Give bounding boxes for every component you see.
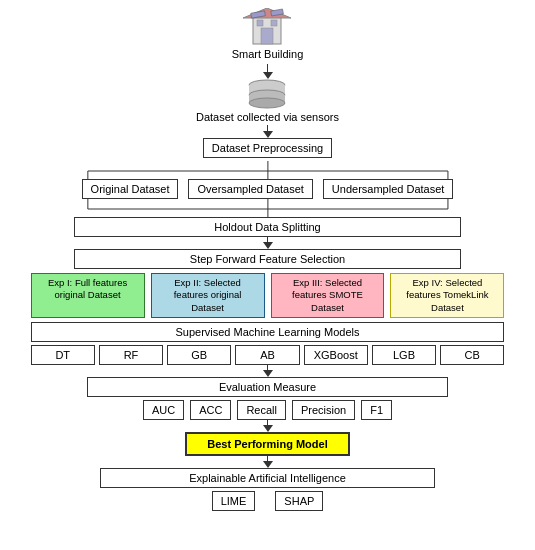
exp1-box: Exp I: Full features original Dataset xyxy=(31,273,145,318)
precision-box: Precision xyxy=(292,400,355,420)
xgboost-box: XGBoost xyxy=(304,345,368,365)
svg-rect-3 xyxy=(257,20,263,26)
arrow-3 xyxy=(263,242,273,249)
exp3-box: Exp III: Selected features SMOTE Dataset xyxy=(271,273,385,318)
lgb-box: LGB xyxy=(372,345,436,365)
dt-box: DT xyxy=(31,345,95,365)
arrow-4 xyxy=(263,370,273,377)
model-boxes: DT RF GB AB XGBoost LGB CB xyxy=(31,345,505,365)
db-icon xyxy=(245,79,289,111)
holdout-connector xyxy=(31,199,505,217)
xai-section: Explainable Artificial Intelligence LIME… xyxy=(100,468,435,511)
arrow-1 xyxy=(263,72,273,79)
undersampled-dataset-box: Undersampled Dataset xyxy=(323,179,454,199)
oversampled-dataset-box: Oversampled Dataset xyxy=(188,179,312,199)
eval-boxes: AUC ACC Recall Precision F1 xyxy=(87,400,448,420)
acc-box: ACC xyxy=(190,400,231,420)
three-box-connector xyxy=(31,161,505,179)
line-v-1 xyxy=(267,64,268,72)
cb-box: CB xyxy=(440,345,504,365)
arrow-5 xyxy=(263,425,273,432)
rf-box: RF xyxy=(99,345,163,365)
auc-box: AUC xyxy=(143,400,184,420)
svg-marker-2 xyxy=(243,8,291,18)
step-forward-box: Step Forward Feature Selection xyxy=(74,249,460,269)
eval-section: Evaluation Measure AUC ACC Recall Precis… xyxy=(87,377,448,420)
svg-point-11 xyxy=(249,98,285,108)
holdout-box: Holdout Data Splitting xyxy=(74,217,460,237)
top-section: Smart Building Dataset collected via sen… xyxy=(10,8,525,123)
ml-section: Supervised Machine Learning Models DT RF… xyxy=(31,322,505,365)
original-dataset-box: Original Dataset xyxy=(82,179,179,199)
lime-box: LIME xyxy=(212,491,256,511)
diagram: Smart Building Dataset collected via sen… xyxy=(0,0,535,550)
svg-rect-1 xyxy=(261,28,273,44)
arrow-2 xyxy=(263,131,273,138)
eval-header-box: Evaluation Measure xyxy=(87,377,448,397)
preprocessing-box: Dataset Preprocessing xyxy=(203,138,332,158)
supervised-box: Supervised Machine Learning Models xyxy=(31,322,505,342)
recall-box: Recall xyxy=(237,400,286,420)
building-label: Smart Building xyxy=(232,48,304,60)
dataset-boxes: Original Dataset Oversampled Dataset Und… xyxy=(31,179,505,199)
exp2-box: Exp II: Selected features original Datas… xyxy=(151,273,265,318)
exp4-box: Exp IV: Selected features TomekLink Data… xyxy=(390,273,504,318)
arrow-6 xyxy=(263,461,273,468)
gb-box: GB xyxy=(167,345,231,365)
shap-box: SHAP xyxy=(275,491,323,511)
db-label: Dataset collected via sensors xyxy=(196,111,339,123)
f1-box: F1 xyxy=(361,400,392,420)
best-model-box: Best Performing Model xyxy=(185,432,349,456)
exp-boxes: Exp I: Full features original Dataset Ex… xyxy=(31,273,505,318)
building-icon xyxy=(243,8,291,48)
ab-box: AB xyxy=(235,345,299,365)
xai-header-box: Explainable Artificial Intelligence xyxy=(100,468,435,488)
svg-rect-4 xyxy=(271,20,277,26)
xai-boxes: LIME SHAP xyxy=(212,491,324,511)
